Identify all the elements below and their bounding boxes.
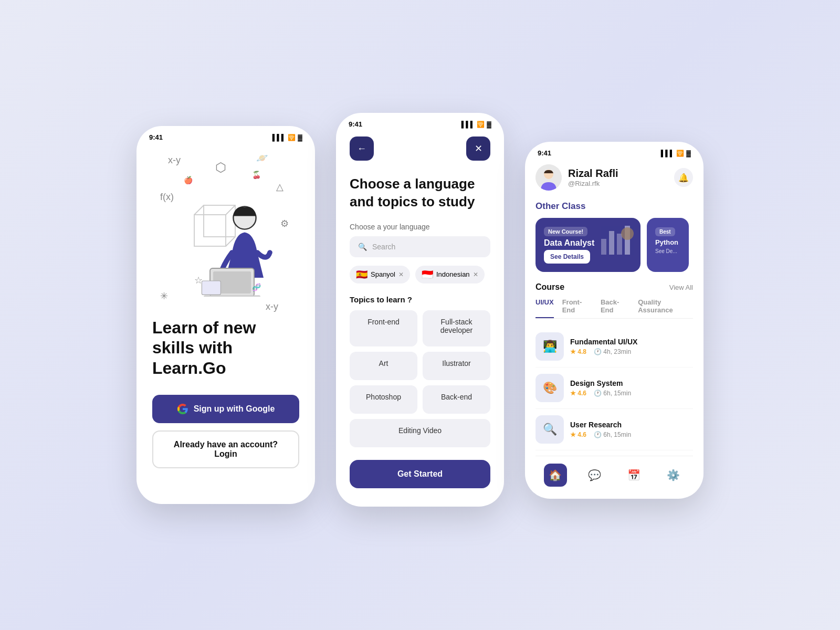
get-started-label: Get Started	[397, 469, 443, 478]
deco-planet: 🪐	[256, 152, 268, 164]
tab-frontend[interactable]: Front-End	[562, 298, 592, 318]
topic-photoshop[interactable]: Photoshop	[350, 385, 417, 414]
time-2: 9:41	[349, 120, 362, 128]
tab-qa[interactable]: Quality Assurance	[638, 298, 693, 318]
topic-editing-video[interactable]: Editing Video	[350, 419, 490, 447]
course-thumb-2: 🎨	[536, 374, 564, 402]
phone3-content: Rizal Rafli @Rizal.rfk 🔔 Other Class New…	[525, 160, 704, 494]
topic-illustrator[interactable]: Ilustrator	[423, 352, 490, 380]
deco-gear: ⚙	[280, 218, 289, 229]
course-thumb-1: 👨‍💻	[536, 332, 564, 361]
wifi-icon-2: 🛜	[477, 121, 485, 128]
signal-icon-3: ▌▌▌	[661, 150, 675, 157]
profile-handle: @Rizal.rfk	[568, 180, 618, 187]
notification-button[interactable]: 🔔	[674, 168, 693, 187]
get-started-button[interactable]: Get Started	[350, 460, 490, 488]
deco-formula2: x-y	[266, 301, 278, 312]
svg-rect-14	[617, 234, 622, 255]
course-info-2: Design System ★ 4.6 🕐 6h, 15min	[570, 379, 693, 397]
close-icon: ✕	[475, 143, 482, 154]
course-meta-3: ★ 4.6 🕐 6h, 15min	[570, 431, 693, 438]
remove-indonesian[interactable]: ✕	[473, 271, 478, 278]
topic-backend[interactable]: Back-end	[423, 385, 490, 414]
banner-new-course[interactable]: New Course! Data Analyst See Details	[536, 218, 640, 272]
time-3: 9:41	[538, 149, 551, 157]
tab-backend[interactable]: Back-End	[601, 298, 629, 318]
time-1: 9:41	[149, 133, 163, 141]
course-section-header: Course View All	[536, 282, 693, 292]
nav-settings[interactable]: ⚙️	[662, 464, 685, 487]
topics-label: Topics to learn ?	[350, 295, 490, 304]
status-bar-3: 9:41 ▌▌▌ 🛜 ▓	[525, 142, 704, 160]
deco-triangle: △	[276, 181, 284, 193]
deco-star: ☆	[194, 275, 203, 286]
banner-badge-1: New Course!	[544, 227, 587, 236]
login-button[interactable]: Already have an account? Login	[152, 430, 299, 468]
selected-languages: 🇪🇸 Spanyol ✕ 🇮🇩 Indonesian ✕	[350, 266, 490, 284]
nav-calendar[interactable]: 📅	[623, 464, 646, 487]
rating-1: ★ 4.8	[570, 348, 586, 355]
rating-2: ★ 4.6	[570, 390, 586, 397]
back-button[interactable]: ←	[350, 136, 374, 161]
search-icon: 🔍	[358, 243, 367, 251]
close-button[interactable]: ✕	[466, 136, 490, 161]
course-item-1[interactable]: 👨‍💻 Fundamental UI/UX ★ 4.8 🕐 4h, 23min	[536, 326, 693, 368]
nav-home[interactable]: 🏠	[544, 464, 567, 487]
deco-atom: ✳	[160, 290, 168, 302]
signal-icon-2: ▌▌▌	[461, 121, 475, 128]
google-icon	[177, 403, 188, 415]
banner-see-2: See De...	[655, 248, 680, 254]
topics-grid: Front-end Full-stack developer Art Ilust…	[350, 310, 490, 447]
topic-art[interactable]: Art	[350, 352, 417, 380]
svg-rect-0	[194, 215, 226, 246]
wifi-icon: 🛜	[288, 134, 296, 141]
svg-point-16	[621, 227, 634, 240]
topic-fullstack[interactable]: Full-stack developer	[423, 310, 490, 347]
svg-rect-13	[609, 231, 614, 255]
phone-onboarding: 9:41 ▌▌▌ 🛜 ▓ x-y ⬡ 🪐 △ ⚙ ✳ ☆ f(x) x-y	[136, 126, 315, 504]
tab-uiux[interactable]: UI/UX	[536, 298, 554, 318]
battery-icon-2: ▓	[487, 121, 491, 128]
wifi-icon-3: 🛜	[676, 150, 684, 157]
phones-container: 9:41 ▌▌▌ 🛜 ▓ x-y ⬡ 🪐 △ ⚙ ✳ ☆ f(x) x-y	[136, 123, 704, 507]
duration-2: 🕐 6h, 15min	[594, 390, 631, 397]
course-banners: New Course! Data Analyst See Details Bes…	[536, 218, 693, 272]
duration-3: 🕐 6h, 15min	[594, 431, 631, 438]
other-class-title: Other Class	[536, 201, 693, 212]
course-thumb-3: 🔍	[536, 415, 564, 444]
svg-line-2	[194, 205, 204, 215]
nav-chat[interactable]: 💬	[583, 464, 606, 487]
sign-up-google-button[interactable]: Sign up with Google	[152, 395, 299, 423]
battery-icon-3: ▓	[686, 150, 691, 157]
status-icons-1: ▌▌▌ 🛜 ▓	[272, 134, 302, 141]
deco-apple: 🍎	[184, 176, 193, 184]
rating-3: ★ 4.6	[570, 431, 586, 438]
deco-molecule: ⬡	[215, 160, 226, 175]
course-tabs: UI/UX Front-End Back-End Quality Assuran…	[536, 298, 693, 319]
deco-cherry: 🍒	[252, 171, 261, 179]
lang-chip-spanyol[interactable]: 🇪🇸 Spanyol ✕	[350, 266, 410, 284]
battery-icon: ▓	[298, 134, 302, 141]
banner-see-details-1[interactable]: See Details	[544, 250, 590, 264]
flag-indonesian: 🇮🇩	[422, 269, 433, 280]
chart-icon	[598, 223, 635, 255]
course-name-1: Fundamental UI/UX	[570, 338, 693, 346]
topic-frontend[interactable]: Front-end	[350, 310, 417, 347]
course-meta-2: ★ 4.6 🕐 6h, 15min	[570, 390, 693, 397]
hero-text: Learn of new skills with Learn.Go	[152, 318, 299, 378]
view-all-link[interactable]: View All	[669, 284, 693, 291]
svg-rect-12	[601, 239, 606, 255]
person-illustration	[163, 171, 289, 297]
banner-best-course[interactable]: Best Python See De...	[647, 218, 689, 272]
remove-spanyol[interactable]: ✕	[398, 271, 404, 278]
course-item-3[interactable]: 🔍 User Research ★ 4.6 🕐 6h, 15min	[536, 409, 693, 450]
course-item-2[interactable]: 🎨 Design System ★ 4.6 🕐 6h, 15min	[536, 368, 693, 409]
illustration-area: x-y ⬡ 🪐 △ ⚙ ✳ ☆ f(x) x-y	[152, 150, 299, 318]
phone-language-topics: 9:41 ▌▌▌ 🛜 ▓ ← ✕ Choose a language and t…	[336, 113, 504, 507]
top-nav: ← ✕	[350, 136, 490, 161]
course-info-3: User Research ★ 4.6 🕐 6h, 15min	[570, 421, 693, 438]
search-box[interactable]: 🔍 Search	[350, 236, 490, 257]
status-bar-2: 9:41 ▌▌▌ 🛜 ▓	[336, 113, 504, 131]
course-meta-1: ★ 4.8 🕐 4h, 23min	[570, 348, 693, 355]
lang-chip-indonesian[interactable]: 🇮🇩 Indonesian ✕	[415, 266, 485, 284]
